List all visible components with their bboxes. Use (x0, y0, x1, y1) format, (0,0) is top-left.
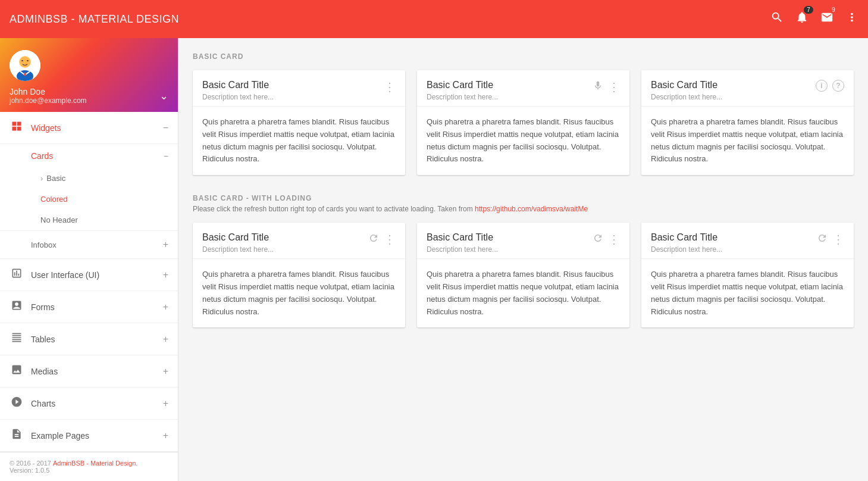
basic-card-1-title: Basic Card Title (202, 80, 384, 90)
tables-icon (10, 332, 24, 346)
topnav-icons: 7 9 (770, 11, 858, 27)
svg-rect-5 (27, 60, 29, 61)
loading-card-section-title: BASIC CARD - WITH LOADING (193, 194, 854, 202)
sidebar-item-example-pages[interactable]: Example Pages + (0, 420, 178, 452)
loading-card-link[interactable]: https://github.com/vadimsva/waitMe (475, 205, 588, 213)
card-2-dots-icon[interactable]: ⋮ (608, 80, 620, 94)
loading-card-1-dots-icon[interactable]: ⋮ (384, 232, 396, 246)
loading-card-2: Basic Card Title Description text here..… (417, 223, 629, 327)
basic-card-2-desc: Description text here... (427, 93, 593, 101)
svg-point-3 (20, 57, 30, 67)
basic-card-3-actions: i ? (816, 80, 844, 92)
sidebar-item-medias-label: Medias (31, 367, 156, 376)
loading-card-3-desc: Description text here... (651, 245, 817, 254)
sidebar-item-infobox-label: Infobox (31, 240, 156, 249)
loading-card-3-actions: ⋮ (817, 232, 844, 246)
notifications-badge: 7 (804, 6, 813, 14)
basic-card-1-header-text: Basic Card Title Description text here..… (202, 80, 384, 101)
sidebar-item-tables[interactable]: Tables + (0, 323, 178, 355)
sidebar-item-charts[interactable]: Charts + (0, 388, 178, 420)
basic-card-3-title: Basic Card Title (651, 80, 816, 90)
sidebar-item-forms[interactable]: Forms + (0, 291, 178, 323)
basic-card-1: Basic Card Title Description text here..… (193, 70, 405, 175)
sidebar-item-widgets-label: Widgets (31, 123, 156, 133)
footer-copyright: © 2016 - 2017 (10, 460, 53, 467)
footer-version-label: Version: (10, 467, 33, 474)
loading-card-1-desc: Description text here... (202, 245, 368, 254)
basic-card-2-body: Quis pharetra a pharetra fames blandit. … (417, 107, 629, 175)
forms-expand-icon: + (163, 302, 168, 313)
topnav: ADMINBSB - MATERIAL DESIGN 7 9 (0, 0, 868, 38)
sidebar-item-ui[interactable]: User Interface (UI) + (0, 259, 178, 291)
loading-cards-grid: Basic Card Title Description text here..… (193, 223, 854, 327)
basic-card-2-header-text: Basic Card Title Description text here..… (427, 80, 593, 101)
basic-card-2-title: Basic Card Title (427, 80, 593, 90)
card-1-dots-icon[interactable]: ⋮ (384, 80, 396, 94)
card-2-mic-icon[interactable] (593, 80, 603, 94)
user-name: John Doe (10, 87, 168, 96)
tables-expand-icon: + (163, 334, 168, 345)
basic-card-section-title: BASIC CARD (193, 52, 854, 61)
loading-card-1-body: Quis pharetra a pharetra fames blandit. … (193, 259, 405, 327)
loading-card-2-actions: ⋮ (593, 232, 620, 246)
loading-card-2-title: Basic Card Title (427, 232, 593, 243)
loading-card-1: Basic Card Title Description text here..… (193, 223, 405, 327)
loading-card-2-refresh-icon[interactable] (593, 233, 603, 246)
sidebar: John Doe john.doe@example.com ⌄ Widgets … (0, 38, 178, 481)
subnav-item-noheader[interactable]: No Header (0, 210, 178, 230)
cards-collapse-icon: − (164, 151, 168, 161)
user-email: john.doe@example.com (10, 96, 168, 105)
loading-card-3-dots-icon[interactable]: ⋮ (832, 232, 844, 246)
basic-card-3-desc: Description text here... (651, 93, 816, 101)
footer-version: 1.0.5 (35, 467, 49, 474)
loading-card-1-refresh-icon[interactable] (368, 233, 379, 246)
sidebar-item-charts-label: Charts (31, 399, 156, 408)
loading-card-3-header: Basic Card Title Description text here..… (641, 223, 854, 259)
basic-card-2-actions: ⋮ (593, 80, 620, 94)
loading-card-3-refresh-icon[interactable] (817, 233, 828, 246)
ui-icon (10, 267, 24, 282)
loading-card-1-actions: ⋮ (368, 232, 396, 246)
user-chevron-icon[interactable]: ⌄ (159, 89, 168, 102)
card-3-info-icon[interactable]: i (816, 80, 828, 92)
search-icon[interactable] (770, 11, 784, 27)
loading-card-2-dots-icon[interactable]: ⋮ (608, 232, 620, 246)
basic-chevron-icon: › (40, 174, 43, 183)
app-title: ADMINBSB - MATERIAL DESIGN (10, 13, 770, 26)
loading-card-2-body: Quis pharetra a pharetra fames blandit. … (417, 259, 629, 327)
charts-expand-icon: + (163, 398, 168, 409)
avatar (10, 50, 40, 81)
card-3-help-icon[interactable]: ? (832, 80, 844, 92)
subnav-item-basic[interactable]: ›Basic (0, 168, 178, 189)
charts-icon (10, 396, 24, 411)
sidebar-item-medias[interactable]: Medias + (0, 355, 178, 388)
basic-card-2-header: Basic Card Title Description text here..… (417, 70, 629, 107)
basic-card-3-header: Basic Card Title Description text here..… (641, 70, 854, 107)
menu-icon[interactable] (845, 11, 858, 27)
subnav-cards-group: Cards − ›Basic Colored No Header (0, 144, 178, 231)
basic-card-2: Basic Card Title Description text here..… (417, 70, 629, 175)
loading-card-1-header: Basic Card Title Description text here..… (193, 223, 405, 259)
basic-card-3-body: Quis pharetra a pharetra fames blandit. … (641, 107, 854, 175)
notifications-icon[interactable]: 7 (795, 11, 809, 27)
footer-brand-link[interactable]: AdminBSB - Material Design. (53, 460, 137, 467)
subnav-item-colored[interactable]: Colored (0, 189, 178, 210)
messages-icon[interactable]: 9 (820, 11, 833, 27)
loading-card-1-title: Basic Card Title (202, 232, 368, 243)
loading-card-1-header-text: Basic Card Title Description text here..… (202, 232, 368, 254)
sidebar-item-tables-label: Tables (31, 335, 156, 344)
loading-card-3-header-text: Basic Card Title Description text here..… (651, 232, 817, 254)
sidebar-nav: Widgets − Cards − ›Basic Colored No Head… (0, 112, 178, 452)
loading-card-2-header: Basic Card Title Description text here..… (417, 223, 629, 259)
main-content: BASIC CARD Basic Card Title Description … (178, 38, 868, 481)
cards-label: Cards (31, 151, 53, 161)
sidebar-item-infobox[interactable]: Infobox + (0, 231, 178, 259)
subnav-cards-header[interactable]: Cards − (0, 144, 178, 168)
basic-card-1-body: Quis pharetra a pharetra fames blandit. … (193, 107, 405, 175)
forms-icon (10, 299, 24, 314)
loading-card-2-header-text: Basic Card Title Description text here..… (427, 232, 593, 254)
user-area: John Doe john.doe@example.com ⌄ (0, 38, 178, 112)
sidebar-item-widgets[interactable]: Widgets − (0, 112, 178, 144)
loading-card-3: Basic Card Title Description text here..… (641, 223, 854, 327)
medias-expand-icon: + (163, 366, 168, 377)
